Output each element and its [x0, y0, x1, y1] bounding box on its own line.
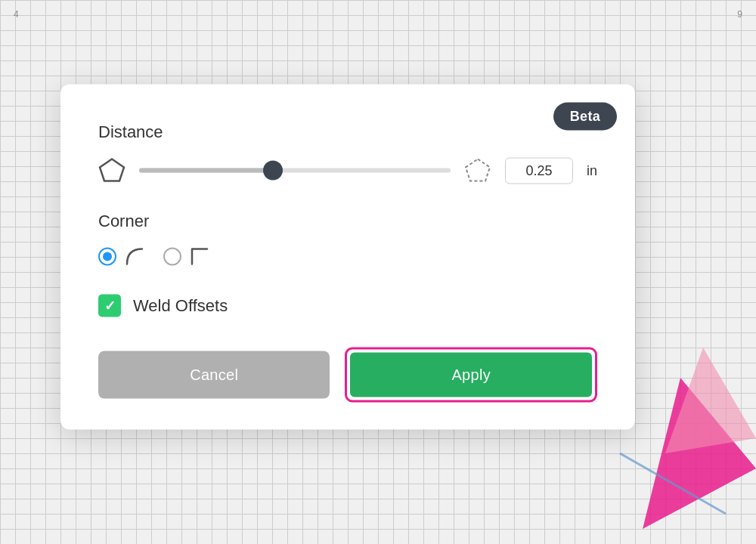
beta-badge: Beta [553, 103, 617, 131]
pentagon-dashed-icon [464, 157, 491, 184]
checkmark-icon: ✓ [104, 299, 116, 313]
square-corner-icon [189, 246, 210, 267]
radio-rounded[interactable] [98, 248, 116, 266]
distance-input[interactable] [505, 157, 573, 184]
slider-thumb[interactable] [263, 161, 283, 181]
distance-label: Distance [98, 122, 597, 142]
grid-number-left: 4 [14, 9, 19, 20]
corner-option-rounded[interactable] [98, 246, 145, 267]
svg-marker-3 [100, 159, 124, 181]
weld-offsets-checkbox[interactable]: ✓ [98, 295, 121, 317]
dialog-container: Beta Distance in Corner [60, 85, 635, 430]
corner-label: Corner [98, 212, 597, 231]
pentagon-solid-icon [98, 157, 125, 184]
corner-option-square[interactable] [163, 246, 210, 267]
offset-dialog: Beta Distance in Corner [60, 85, 635, 430]
unit-label: in [587, 162, 597, 178]
corner-row [98, 246, 597, 267]
apply-button-wrap: Apply [345, 348, 597, 403]
cancel-button[interactable]: Cancel [98, 351, 330, 399]
radio-rounded-inner [103, 252, 112, 261]
rounded-corner-icon [124, 246, 145, 267]
weld-offsets-row: ✓ Weld Offsets [98, 295, 597, 317]
apply-button[interactable]: Apply [350, 353, 592, 397]
svg-marker-4 [466, 159, 490, 181]
weld-offsets-label: Weld Offsets [133, 296, 228, 316]
distance-row: in [98, 157, 597, 184]
distance-slider[interactable] [139, 168, 451, 173]
radio-square[interactable] [163, 248, 181, 266]
slider-fill [139, 168, 273, 173]
grid-number-right: 9 [737, 9, 742, 20]
buttons-row: Cancel Apply [98, 348, 597, 403]
